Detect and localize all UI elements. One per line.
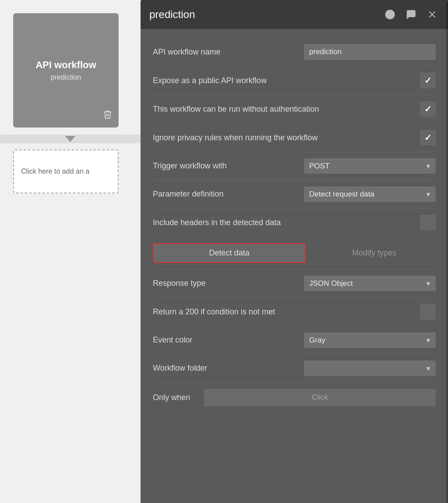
settings-panel: prediction xyxy=(141,0,448,503)
parameter-definition-dropdown-wrapper: Detect request data Define parameters ma… xyxy=(304,186,436,202)
no-auth-label: This workflow can be run without authent… xyxy=(153,105,420,114)
chat-icon[interactable] xyxy=(404,7,418,22)
panel-title: prediction xyxy=(149,8,195,21)
event-color-dropdown-wrapper: Gray Red Blue Green Yellow Purple ▼ xyxy=(304,332,436,348)
ignore-privacy-row: Ignore privacy rules when running the wo… xyxy=(153,124,436,152)
trigger-workflow-label: Trigger workflow with xyxy=(153,161,304,171)
workflow-card-subtitle: prediction xyxy=(51,73,81,81)
include-headers-row: Include headers in the detected data xyxy=(153,208,436,237)
ignore-privacy-checkbox[interactable]: ✓ xyxy=(420,130,436,146)
api-workflow-name-label: API workflow name xyxy=(153,47,304,57)
expose-public-checkbox[interactable]: ✓ xyxy=(420,73,436,88)
only-when-click-button[interactable]: Click xyxy=(204,389,436,406)
expose-public-label: Expose as a public API workflow xyxy=(153,76,420,85)
workflow-card: API workflow prediction xyxy=(13,13,119,128)
workflow-folder-dropdown-wrapper: ▼ xyxy=(304,361,436,376)
checkmark-icon-2: ✓ xyxy=(424,104,432,114)
detect-data-button[interactable]: Detect data xyxy=(153,243,306,263)
response-type-dropdown-wrapper: JSON Object JSON Array Text None ▼ xyxy=(304,276,436,291)
panel-header-icons xyxy=(383,7,439,22)
include-headers-checkbox[interactable] xyxy=(420,215,436,230)
no-auth-checkbox[interactable]: ✓ xyxy=(420,101,436,117)
return-200-label: Return a 200 if condition is not met xyxy=(153,307,420,317)
trigger-workflow-dropdown-wrapper: GET POST PUT DELETE ▼ xyxy=(304,158,436,174)
event-color-row: Event color Gray Red Blue Green Yellow P… xyxy=(153,326,436,354)
ignore-privacy-label: Ignore privacy rules when running the wo… xyxy=(153,133,420,142)
only-when-row: Only when Click xyxy=(153,383,436,412)
api-workflow-name-input[interactable] xyxy=(304,44,436,60)
workflow-folder-row: Workflow folder ▼ xyxy=(153,354,436,383)
parameter-definition-dropdown[interactable]: Detect request data Define parameters ma… xyxy=(304,186,436,202)
include-headers-label: Include headers in the detected data xyxy=(153,218,420,227)
canvas-divider xyxy=(0,135,141,143)
checkmark-icon: ✓ xyxy=(424,75,432,86)
checkmark-icon-3: ✓ xyxy=(424,132,432,143)
workflow-card-title: API workflow xyxy=(36,59,96,71)
response-type-label: Response type xyxy=(153,279,304,288)
event-color-label: Event color xyxy=(153,335,304,345)
canvas-arrow-icon xyxy=(65,136,76,142)
modify-types-button[interactable]: Modify types xyxy=(313,248,436,258)
workflow-folder-dropdown[interactable] xyxy=(304,361,436,376)
close-icon[interactable] xyxy=(425,7,439,22)
return-200-row: Return a 200 if condition is not met xyxy=(153,298,436,326)
no-auth-row: This workflow can be run without authent… xyxy=(153,95,436,124)
parameter-definition-label: Parameter definition xyxy=(153,190,304,199)
event-color-dropdown[interactable]: Gray Red Blue Green Yellow Purple xyxy=(304,332,436,348)
parameter-definition-row: Parameter definition Detect request data… xyxy=(153,180,436,208)
response-type-dropdown[interactable]: JSON Object JSON Array Text None xyxy=(304,276,436,291)
panel-header: prediction xyxy=(141,0,448,29)
trigger-workflow-dropdown[interactable]: GET POST PUT DELETE xyxy=(304,158,436,174)
add-action-text: Click here to add an a xyxy=(21,168,90,175)
panel-shadow xyxy=(446,0,448,503)
only-when-label: Only when xyxy=(153,393,197,402)
workflow-folder-label: Workflow folder xyxy=(153,364,304,373)
expose-public-row: Expose as a public API workflow ✓ xyxy=(153,66,436,95)
response-type-row: Response type JSON Object JSON Array Tex… xyxy=(153,270,436,298)
detect-data-row: Detect data Modify types xyxy=(153,237,436,270)
trigger-workflow-row: Trigger workflow with GET POST PUT DELET… xyxy=(153,152,436,180)
api-workflow-name-row: API workflow name xyxy=(153,38,436,66)
trash-icon[interactable] xyxy=(103,109,112,121)
panel-body: API workflow name Expose as a public API… xyxy=(141,29,448,503)
add-action-area[interactable]: Click here to add an a xyxy=(13,149,119,193)
info-icon[interactable] xyxy=(383,7,397,22)
return-200-checkbox[interactable] xyxy=(420,304,436,320)
